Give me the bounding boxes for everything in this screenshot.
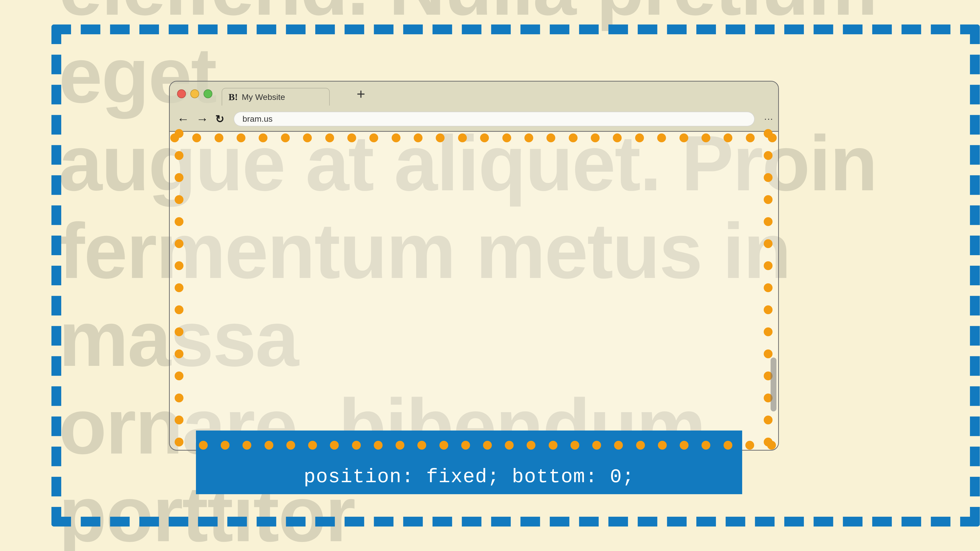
- viewport-dot: [480, 133, 489, 142]
- viewport-dot: [527, 441, 535, 449]
- viewport-dot: [175, 261, 183, 270]
- viewport-dot: [175, 372, 183, 380]
- reload-button[interactable]: ↻: [215, 113, 224, 125]
- viewport-dot: [505, 441, 514, 449]
- viewport-dot: [546, 133, 555, 142]
- viewport-dot: [347, 133, 356, 142]
- viewport-dot: [458, 133, 467, 142]
- viewport-dot: [175, 173, 183, 182]
- viewport-dot: [175, 305, 183, 314]
- viewport-dot: [764, 195, 773, 204]
- viewport-dot: [242, 441, 251, 449]
- inner-viewport-dots-left: [175, 133, 183, 442]
- viewport-dot: [569, 133, 578, 142]
- viewport-dot: [175, 129, 183, 138]
- window-traffic-lights: [177, 89, 212, 98]
- browser-chrome: B! My Website + ← → ↻ bram.us ⋮: [170, 81, 778, 132]
- viewport-dot: [764, 217, 773, 226]
- viewport-dot: [635, 133, 644, 142]
- viewport-dot: [592, 441, 601, 449]
- url-text: bram.us: [242, 114, 273, 124]
- viewport-dot: [636, 441, 645, 449]
- viewport-dot: [330, 441, 339, 449]
- viewport-dot: [571, 441, 579, 449]
- browser-tab[interactable]: B! My Website: [222, 88, 330, 106]
- viewport-dot: [175, 217, 183, 226]
- viewport-dot: [199, 441, 208, 449]
- viewport-dot: [680, 441, 689, 449]
- viewport-dot: [764, 129, 773, 138]
- viewport-dot: [524, 133, 533, 142]
- viewport-dot: [352, 441, 361, 449]
- viewport-dot: [175, 239, 183, 248]
- viewport-dot: [237, 133, 245, 142]
- viewport-dot: [764, 416, 773, 424]
- viewport-dot: [439, 441, 448, 449]
- viewport-dot: [175, 349, 183, 358]
- tab-title: My Website: [242, 92, 285, 102]
- viewport-dot: [724, 133, 732, 142]
- viewport-dot: [764, 239, 773, 248]
- maximize-window-icon[interactable]: [204, 89, 212, 98]
- viewport-dot: [175, 438, 183, 446]
- viewport-dot: [175, 394, 183, 402]
- viewport-dot: [679, 133, 688, 142]
- viewport-dot: [175, 416, 183, 424]
- viewport-dot: [436, 133, 445, 142]
- close-window-icon[interactable]: [177, 89, 186, 98]
- viewport-dot: [503, 133, 511, 142]
- viewport-dot: [764, 349, 773, 358]
- viewport-dot: [483, 441, 492, 449]
- viewport-dot: [414, 133, 423, 142]
- scrollbar-thumb[interactable]: [771, 357, 776, 411]
- viewport-dot: [724, 441, 732, 449]
- viewport-dot: [658, 441, 667, 449]
- back-button[interactable]: ←: [177, 112, 189, 126]
- viewport-dot: [764, 261, 773, 270]
- viewport-dot: [614, 441, 623, 449]
- forward-button[interactable]: →: [196, 112, 208, 126]
- viewport-dot: [264, 441, 274, 449]
- viewport-dot: [417, 441, 426, 449]
- viewport-dot: [221, 441, 229, 449]
- viewport-dot: [745, 441, 754, 449]
- fixed-position-bar: position: fixed; bottom: 0;: [196, 430, 742, 494]
- viewport-dot: [764, 283, 773, 292]
- viewport-dot: [175, 151, 183, 160]
- viewport-dot: [374, 441, 383, 449]
- viewport-dot: [657, 133, 666, 142]
- browser-menu-button[interactable]: ⋮: [767, 115, 771, 123]
- viewport-dot: [192, 133, 201, 142]
- viewport-dot: [259, 133, 267, 142]
- viewport-dot: [175, 327, 183, 336]
- viewport-dot: [175, 195, 183, 204]
- viewport-dot: [746, 133, 755, 142]
- viewport-dot: [702, 133, 710, 142]
- viewport-dot: [613, 133, 622, 142]
- viewport-dot: [591, 133, 600, 142]
- viewport-dot: [281, 133, 290, 142]
- tab-favicon: B!: [229, 92, 238, 102]
- fixed-position-code-label: position: fixed; bottom: 0;: [196, 466, 742, 488]
- viewport-dot: [396, 441, 404, 449]
- minimize-window-icon[interactable]: [190, 89, 199, 98]
- inner-viewport-dots-bottom: [203, 441, 772, 449]
- viewport-dot: [215, 133, 223, 142]
- viewport-dot: [764, 173, 773, 182]
- viewport-dot: [325, 133, 334, 142]
- viewport-dot: [764, 151, 773, 160]
- browser-toolbar: ← → ↻ bram.us ⋮: [170, 106, 778, 132]
- viewport-dot: [702, 441, 710, 449]
- address-bar[interactable]: bram.us: [234, 112, 755, 126]
- new-tab-button[interactable]: +: [356, 86, 365, 102]
- viewport-dot: [286, 441, 295, 449]
- viewport-dot: [369, 133, 378, 142]
- viewport-dot: [764, 305, 773, 314]
- browser-tab-row: B! My Website +: [170, 81, 778, 106]
- viewport-dot: [764, 327, 773, 336]
- viewport-dot: [175, 283, 183, 292]
- viewport-dot: [303, 133, 312, 142]
- viewport-dot: [549, 441, 557, 449]
- viewport-dot: [461, 441, 470, 449]
- viewport-dot: [391, 133, 401, 142]
